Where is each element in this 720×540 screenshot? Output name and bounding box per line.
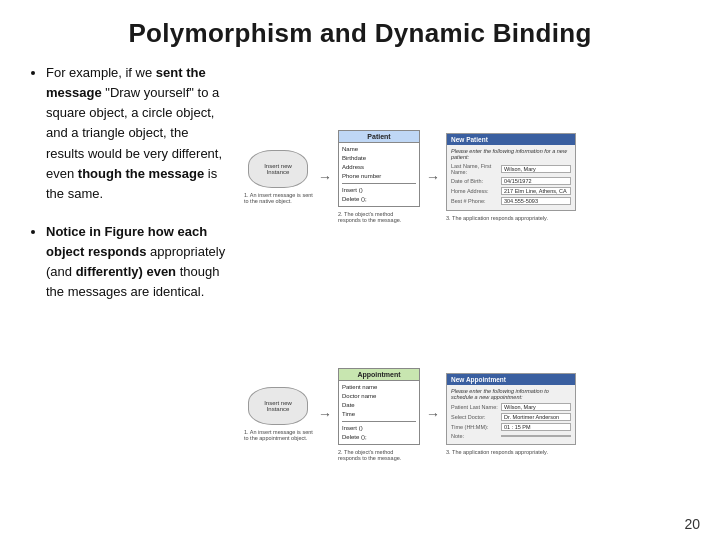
- top-caption-3: 3. The application responds appropriatel…: [446, 215, 576, 221]
- right-diagrams: Insert new Instance 1. An insert message…: [238, 63, 692, 528]
- top-screenshot-body: Please enter the following information f…: [447, 145, 575, 210]
- bottom-screenshot-prompt: Please enter the following information t…: [451, 388, 571, 400]
- bullet-2-text: Notice in Figure how each object respond…: [46, 224, 225, 299]
- top-screenshot-title: New Patient: [447, 134, 575, 145]
- uml-divider: [342, 183, 416, 184]
- uml-divider-2: [342, 421, 416, 422]
- top-uml-section: Patient Name Birthdate Address Phone num…: [338, 130, 420, 223]
- field-lastname: Last Name, First Name: Wilson, Mary: [451, 163, 571, 175]
- page: Polymorphism and Dynamic Binding For exa…: [0, 0, 720, 540]
- bottom-cloud-label: Insert new Instance: [264, 400, 292, 412]
- top-arrow-1: →: [318, 169, 332, 185]
- bottom-screenshot-panel: New Appointment Please enter the followi…: [446, 373, 576, 445]
- bullet-1: For example, if we sent the message "Dra…: [46, 63, 228, 204]
- top-uml-header: Patient: [339, 131, 419, 143]
- top-screenshot-prompt: Please enter the following information f…: [451, 148, 571, 160]
- bottom-caption-2: 2. The object's method responds to the m…: [338, 449, 420, 461]
- bottom-uml-header: Appointment: [339, 369, 419, 381]
- page-number: 20: [684, 516, 700, 532]
- top-caption-2: 2. The object's method responds to the m…: [338, 211, 420, 223]
- top-cloud-label: Insert new Instance: [264, 163, 292, 175]
- bullet-2: Notice in Figure how each object respond…: [46, 222, 228, 303]
- top-uml-box: Patient Name Birthdate Address Phone num…: [338, 130, 420, 207]
- bottom-uml-attrs: Patient name Doctor name Date Time Inser…: [339, 381, 419, 444]
- bottom-screenshot-section: New Appointment Please enter the followi…: [446, 373, 576, 455]
- bullet-1-text: For example, if we sent the message "Dra…: [46, 65, 222, 201]
- bottom-arrow-1: →: [318, 406, 332, 422]
- top-screenshot-panel: New Patient Please enter the following i…: [446, 133, 576, 211]
- left-text: For example, if we sent the message "Dra…: [28, 63, 238, 528]
- bottom-caption-1: 1. An insert message is sent to the appo…: [244, 429, 312, 441]
- bottom-caption-3: 3. The application responds appropriatel…: [446, 449, 576, 455]
- bottom-cloud-section: Insert new Instance 1. An insert message…: [244, 387, 312, 441]
- top-cloud: Insert new Instance: [248, 150, 308, 188]
- field-phone: Best # Phone: 304.555-5093: [451, 197, 571, 205]
- bottom-cloud: Insert new Instance: [248, 387, 308, 425]
- field-dob: Date of Birth: 04/15/1972: [451, 177, 571, 185]
- page-title: Polymorphism and Dynamic Binding: [28, 18, 692, 49]
- top-uml-attrs: Name Birthdate Address Phone number Inse…: [339, 143, 419, 206]
- field-address: Home Address: 217 Elm Line, Athens, CA: [451, 187, 571, 195]
- field-time: Time (HH:MM): 01 : 15 PM: [451, 423, 571, 431]
- field-note: Note:: [451, 433, 571, 439]
- field-doctor: Select Doctor: Dr. Mortimer Anderson: [451, 413, 571, 421]
- bottom-uml-section: Appointment Patient name Doctor name Dat…: [338, 368, 420, 461]
- diagram-row-bottom: Insert new Instance 1. An insert message…: [244, 301, 692, 529]
- top-arrow-2: →: [426, 169, 440, 185]
- bottom-screenshot-title: New Appointment: [447, 374, 575, 385]
- bottom-screenshot-body: Please enter the following information t…: [447, 385, 575, 444]
- bottom-uml-box: Appointment Patient name Doctor name Dat…: [338, 368, 420, 445]
- top-caption-1: 1. An insert message is sent to the nati…: [244, 192, 312, 204]
- bottom-arrow-2: →: [426, 406, 440, 422]
- top-screenshot-section: New Patient Please enter the following i…: [446, 133, 576, 221]
- content-area: For example, if we sent the message "Dra…: [28, 63, 692, 528]
- diagram-row-top: Insert new Instance 1. An insert message…: [244, 63, 692, 291]
- field-patient: Patient Last Name: Wilson, Mary: [451, 403, 571, 411]
- top-cloud-section: Insert new Instance 1. An insert message…: [244, 150, 312, 204]
